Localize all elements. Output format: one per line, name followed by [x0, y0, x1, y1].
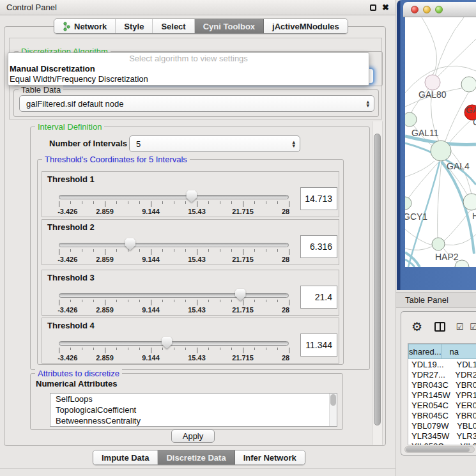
threshold-slider-2[interactable]: -3.4262.8599.14415.4321.71528 [59, 238, 289, 265]
cell-shared-name[interactable]: YDR27... [408, 370, 452, 380]
threshold-slider-4[interactable]: -3.4262.8599.14415.4321.71528 [59, 336, 289, 363]
cell-shared-name[interactable]: YDL19... [408, 360, 454, 369]
tab-style[interactable]: Style [116, 19, 153, 33]
algorithm-option[interactable]: Equal Width/Frequency Discretization [8, 74, 369, 84]
cell-name[interactable]: YER0 [453, 401, 476, 410]
table-row[interactable]: YLR345WYLR3 [408, 431, 476, 441]
table-row[interactable]: YPR145WYPR1 [408, 390, 476, 400]
attribute-item[interactable]: BetweennessCentrality [50, 415, 337, 426]
tick-mark [208, 300, 209, 302]
algorithm-option[interactable]: Manual Discretization [8, 64, 369, 74]
tick-label: 9.144 [142, 354, 160, 362]
cell-name[interactable]: YBL0 [454, 421, 476, 431]
node-hap2 [432, 238, 445, 250]
tab-select[interactable]: Select [153, 19, 194, 33]
tick-label: 21.715 [232, 306, 254, 314]
column-header-name[interactable]: na [442, 344, 476, 359]
tick-mark [243, 249, 243, 255]
vertical-scrollbar[interactable] [372, 121, 383, 445]
table-row[interactable]: YBL079WYBL0 [408, 420, 476, 431]
close-panel-icon[interactable]: ✖ [382, 3, 389, 12]
tab-cyni-toolbox[interactable]: Cyni Toolbox [195, 19, 264, 33]
tick-mark [277, 201, 278, 204]
numerical-attributes-list[interactable]: SelfLoopsTopologicalCoefficientBetweenne… [50, 393, 337, 427]
attribute-item[interactable]: SelfLoops [50, 394, 337, 404]
table-panel-window: ⚙ ☑ ☑ shared... na YDL19...YDL1YDR27...Y… [401, 311, 476, 456]
cell-name[interactable]: YBR0 [453, 380, 476, 390]
tab-impute-data[interactable]: Impute Data [93, 450, 158, 464]
tick-label: 28 [282, 208, 289, 215]
checkbox-icon[interactable]: ☑ [470, 323, 476, 331]
cell-name[interactable]: YLR3 [454, 431, 476, 441]
tab-infer-network[interactable]: Infer Network [235, 450, 305, 464]
tick-mark [289, 348, 289, 353]
cell-name[interactable]: YPR1 [453, 390, 476, 400]
tick-label: -3.426 [58, 306, 77, 314]
tick-mark [70, 300, 71, 302]
slider-track[interactable] [59, 195, 289, 199]
table-row[interactable]: YER054CYER0 [408, 400, 476, 410]
threshold-label: Threshold 2 [47, 222, 95, 232]
tab-discretize-data[interactable]: Discretize Data [158, 450, 234, 464]
table-row[interactable]: YBR045CYBR0 [408, 410, 476, 420]
spinner-down-icon: ▾ [366, 104, 369, 107]
horizontal-scrollbar[interactable] [404, 446, 475, 453]
cell-shared-name[interactable]: YBR045C [408, 411, 453, 420]
attributes-scrollbar[interactable] [329, 394, 337, 426]
cell-shared-name[interactable]: YIL052C [408, 441, 457, 446]
close-window-icon[interactable] [411, 6, 418, 13]
table-panel-title: Table Panel [405, 295, 449, 305]
table-row[interactable]: YDL19...YDL1 [408, 359, 476, 369]
vertical-scrollbar-thumb[interactable] [374, 134, 381, 426]
tick-mark [185, 300, 186, 302]
slider-scale: -3.4262.8599.14415.4321.71528 [59, 201, 289, 217]
tab-label: Network [74, 22, 107, 31]
cell-shared-name[interactable]: YER054C [408, 401, 453, 410]
slider-track[interactable] [59, 293, 289, 298]
network-window[interactable]: GAL80 GA GAL11 GAL4 GCY1 H HAP2 C [397, 0, 476, 290]
slider-track[interactable] [59, 243, 289, 247]
number-of-intervals-combobox[interactable]: 5 ▴ ▾ [129, 135, 300, 152]
cell-shared-name[interactable]: YBR043C [408, 380, 453, 390]
cell-name[interactable]: YBR0 [453, 411, 476, 420]
cell-shared-name[interactable]: YLR345W [408, 431, 454, 441]
cell-name[interactable]: YDR2 [452, 370, 476, 380]
network-canvas[interactable]: GAL80 GA GAL11 GAL4 GCY1 H HAP2 C [405, 17, 476, 267]
table-row[interactable]: YBR043CYBR0 [408, 380, 476, 390]
minimize-window-icon[interactable] [423, 6, 431, 13]
horizontal-scrollbar-thumb[interactable] [406, 447, 470, 452]
slider-scale: -3.4262.8599.14415.4321.71528 [59, 348, 289, 363]
table-row[interactable]: YDR27...YDR2 [408, 369, 476, 380]
tab-jactivemnodules[interactable]: jActiveMNodules [264, 19, 348, 33]
slider-track[interactable] [59, 341, 289, 346]
table-data-value: galFiltered.sif default node [26, 99, 123, 109]
algorithm-popup-options: Manual DiscretizationEqual Width/Frequen… [8, 64, 369, 84]
table-data-combobox[interactable]: galFiltered.sif default node ▴ ▾ [19, 95, 374, 112]
cell-shared-name[interactable]: YPR145W [408, 390, 453, 400]
zoom-window-icon[interactable] [435, 6, 443, 13]
threshold-value-field[interactable]: 14.713 [300, 187, 337, 210]
network-window-titlebar[interactable] [403, 2, 476, 17]
float-panel-icon[interactable] [370, 4, 376, 11]
tab-network[interactable]: Network [54, 19, 116, 33]
table-row[interactable]: YIL052CYIL0 [408, 441, 476, 445]
threshold-value-field[interactable]: 6.316 [300, 235, 337, 258]
threshold-value-field[interactable]: 21.4 [300, 286, 337, 309]
cell-name[interactable]: YDL1 [454, 360, 476, 369]
apply-button[interactable]: Apply [171, 429, 215, 443]
column-header-shared-name[interactable]: shared... [408, 344, 442, 359]
columns-icon[interactable] [434, 322, 445, 332]
tick-mark [266, 348, 266, 350]
checkbox-icon[interactable]: ☑ [456, 323, 464, 331]
attribute-item[interactable]: TopologicalCoefficient [50, 404, 337, 415]
tick-mark [162, 249, 163, 252]
settings-gear-icon[interactable]: ⚙ [411, 321, 422, 333]
cell-shared-name[interactable]: YBL079W [408, 421, 454, 431]
tick-mark [220, 300, 220, 302]
threshold-slider-3[interactable]: -3.4262.8599.14415.4321.71528 [59, 288, 289, 315]
tick-mark [70, 201, 71, 204]
tick-mark [128, 201, 128, 204]
cell-name[interactable]: YIL0 [457, 441, 476, 446]
threshold-slider-1[interactable]: -3.4262.8599.14415.4321.71528 [59, 190, 289, 217]
threshold-value-field[interactable]: 11.344 [300, 334, 337, 357]
